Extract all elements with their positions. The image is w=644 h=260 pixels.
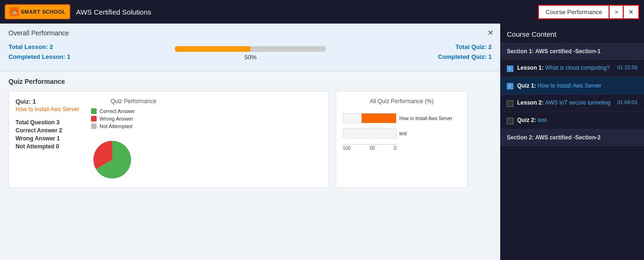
- header: 🏫 SMART SCHOOL AWS Certified Solutions C…: [0, 0, 644, 24]
- pie-legend-title: Quiz Performance: [91, 98, 176, 105]
- overall-performance-title: Overall Performance: [8, 29, 492, 37]
- bar-axis: 100 50 0: [343, 144, 396, 151]
- total-question-stat: Total Question 3: [16, 119, 82, 126]
- axis-0: 0: [394, 146, 396, 151]
- total-quiz-value: 2: [488, 43, 492, 50]
- tq-val: 3: [56, 119, 59, 126]
- na-val: 0: [56, 143, 59, 150]
- progress-bar: [175, 46, 326, 52]
- lesson-2-num: Lesson 2:: [517, 99, 545, 106]
- header-left: 🏫 SMART SCHOOL AWS Certified Solutions: [5, 4, 151, 19]
- not-attempted-label: Not Attempted: [99, 123, 132, 129]
- bar-chart-card: All Quiz Performance (%) How to install …: [336, 91, 468, 188]
- lesson-2-duration: 01:04:03: [617, 99, 637, 105]
- quiz-card-inner: Quiz: 1 How to install Aws Server Total …: [16, 98, 322, 181]
- pie-chart: [91, 138, 133, 181]
- quiz-num: Quiz: 1: [16, 98, 82, 105]
- right-panel: Course Content Section 1: AWS certified …: [500, 24, 644, 260]
- close-overall-button[interactable]: ✕: [487, 28, 494, 37]
- axis-spacer: [399, 144, 461, 151]
- not-attempted-dot: [91, 123, 97, 129]
- bar-row-2: test: [343, 128, 461, 138]
- stat-right: Total Quiz: 2 Completed Quiz: 1: [430, 43, 492, 63]
- close-header-button[interactable]: ✕: [624, 5, 639, 19]
- quiz-2-link: test: [537, 117, 546, 123]
- bar-chart-title: All Quiz Performance (%): [343, 98, 461, 105]
- quiz-2-text: Quiz 2: test: [517, 117, 637, 123]
- axis-100: 100: [343, 146, 351, 151]
- progress-area: 50%: [70, 46, 430, 61]
- quiz-2-name: Quiz 2: test: [517, 117, 547, 123]
- bar-fill-1: [362, 114, 396, 123]
- legend-items: Correct Answer Wrong Answer Not Attempte…: [91, 108, 135, 131]
- lesson-2-checkbox[interactable]: [507, 100, 513, 107]
- bar-track-2: [343, 128, 396, 138]
- wrong-label: Wrong Answer: [99, 116, 133, 122]
- lesson-1-duration: 01:15:59: [617, 65, 637, 70]
- quiz-card: Quiz: 1 How to install Aws Server Total …: [8, 91, 329, 188]
- section-1-name: Section 1: AWS certified -Section-1: [507, 48, 601, 55]
- lesson-1-item[interactable]: Lesson 1: What is cloud computing? 01:15…: [500, 60, 644, 77]
- completed-quiz-label: Completed Quiz: 1: [430, 53, 492, 60]
- quiz-info: Quiz: 1 How to install Aws Server Total …: [16, 98, 82, 181]
- correct-dot: [91, 108, 97, 114]
- lesson-2-text: Lesson 2: AWS IoT secure tunneling: [517, 99, 613, 106]
- legend-wrong: Wrong Answer: [91, 116, 135, 122]
- quiz-1-text: Quiz 1: How to install Aws Server: [517, 82, 602, 89]
- header-right: Course Performance > ✕: [538, 5, 639, 19]
- quiz-2-item[interactable]: Quiz 2: test: [500, 112, 644, 130]
- wrong-answer-stat: Wrong Answer 1: [16, 135, 82, 142]
- stat-left: Total Lesson: 2 Completed Lesson: 1: [8, 43, 70, 63]
- lesson-2-item[interactable]: Lesson 2: AWS IoT secure tunneling 01:04…: [500, 95, 644, 112]
- pie-area: Quiz Performance Correct Answer Wrong An…: [91, 98, 176, 181]
- wrong-dot: [91, 116, 97, 122]
- correct-answer-stat: Correct Answer 2: [16, 127, 82, 134]
- total-quiz-label: Total Quiz: 2: [430, 43, 492, 50]
- overall-stats: Total Lesson: 2 Completed Lesson: 1 50% …: [8, 43, 492, 63]
- completed-quiz-value: 1: [488, 53, 492, 60]
- course-content-title: Course Content: [500, 24, 644, 43]
- lesson-1-name: Lesson 1: What is cloud computing?: [517, 65, 610, 71]
- correct-label: Correct Answer: [99, 108, 135, 114]
- completed-lesson-text: Completed Lesson:: [8, 53, 67, 60]
- quiz-performance-section: Quiz Performance Quiz: 1 How to install …: [0, 71, 500, 260]
- quiz-1-item[interactable]: Quiz 1: How to install Aws Server: [500, 77, 644, 95]
- bar-label-2: test: [399, 131, 461, 136]
- quiz-2-checkbox[interactable]: [507, 118, 513, 124]
- quiz-performance-title: Quiz Performance: [8, 78, 492, 85]
- main-content: Overall Performance ✕ Total Lesson: 2 Co…: [0, 24, 644, 260]
- lesson-2-link: AWS IoT secure tunneling: [545, 99, 611, 106]
- lesson-1-text: Lesson 1: What is cloud computing?: [517, 65, 613, 71]
- quiz-1-checkbox[interactable]: [507, 83, 513, 89]
- na-label: Not Attempted: [16, 143, 54, 150]
- quiz-cards: Quiz: 1 How to install Aws Server Total …: [8, 91, 492, 188]
- quiz-1-num: Quiz 1:: [517, 82, 537, 89]
- quiz-2-num: Quiz 2:: [517, 117, 537, 123]
- completed-lesson-label: Completed Lesson: 1: [8, 53, 70, 60]
- logo-text: SMART SCHOOL: [21, 9, 66, 15]
- wa-label: Wrong Answer: [16, 135, 55, 142]
- nav-arrow-button[interactable]: >: [610, 5, 624, 19]
- ca-label: Correct Answer: [16, 127, 58, 134]
- wa-val: 1: [57, 135, 60, 142]
- lesson-1-num: Lesson 1:: [517, 65, 545, 71]
- completed-lesson-value: 1: [67, 53, 70, 60]
- completed-quiz-text: Completed Quiz:: [438, 53, 488, 60]
- quiz-1-link: How to install Aws Server: [537, 82, 601, 89]
- course-performance-button[interactable]: Course Performance: [538, 5, 610, 19]
- section-2-name: Section 2: AWS certified -Section-2: [507, 134, 601, 141]
- bar-track-1: [343, 113, 396, 123]
- ca-val: 2: [59, 127, 62, 134]
- left-panel: Overall Performance ✕ Total Lesson: 2 Co…: [0, 24, 500, 260]
- not-attempted-stat: Not Attempted 0: [16, 143, 82, 150]
- total-lesson-text: Total Lesson:: [8, 43, 50, 50]
- logo-icon: 🏫: [9, 7, 19, 16]
- axis-50: 50: [370, 146, 375, 151]
- bar-chart-content: How to install Aws Server test: [343, 109, 461, 142]
- tq-label: Total Question: [16, 119, 55, 126]
- section-1-header: Section 1: AWS certified -Section-1: [500, 43, 644, 60]
- progress-percentage: 50%: [244, 54, 256, 61]
- quiz-name: How to install Aws Server: [16, 106, 82, 113]
- lesson-1-checkbox[interactable]: [507, 65, 513, 72]
- lesson-2-name: Lesson 2: AWS IoT secure tunneling: [517, 99, 611, 106]
